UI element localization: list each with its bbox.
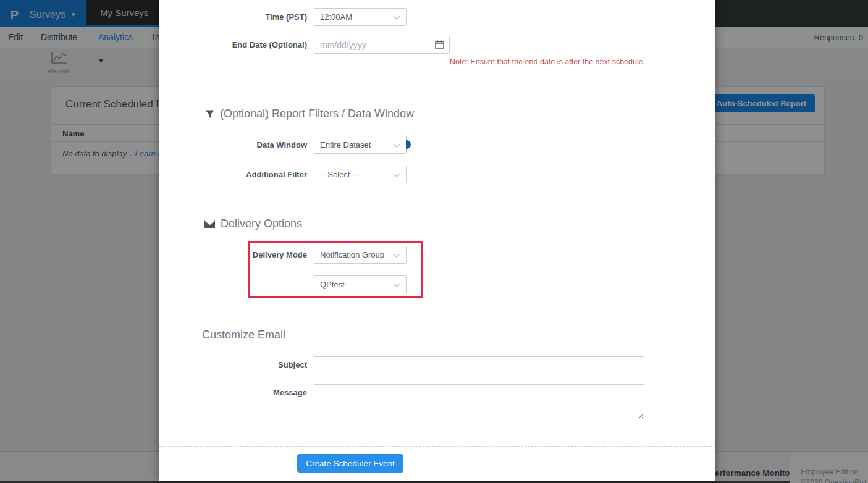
chevron-down-icon bbox=[393, 140, 400, 149]
subject-input[interactable] bbox=[314, 356, 644, 374]
scheduler-modal: Time (PST) 12:00AM End Date (Optional) N… bbox=[159, 0, 715, 481]
message-label: Message bbox=[159, 388, 307, 397]
subject-label: Subject bbox=[159, 360, 307, 369]
calendar-icon[interactable] bbox=[435, 40, 444, 52]
screen: P Surveys ▼ My Surveys Upgrade Now ? 1 R… bbox=[0, 0, 868, 483]
filters-section-header: (Optional) Report Filters / Data Window bbox=[205, 107, 414, 120]
data-window-select[interactable]: Entire Dataset bbox=[314, 136, 407, 154]
chevron-down-icon bbox=[393, 12, 400, 22]
end-date-input[interactable] bbox=[314, 36, 450, 54]
end-date-label: End Date (Optional) bbox=[159, 40, 307, 49]
delivery-section-header: Delivery Options bbox=[204, 217, 302, 230]
data-window-label: Data Window bbox=[159, 140, 307, 149]
envelope-icon bbox=[204, 220, 215, 228]
chevron-down-icon bbox=[393, 250, 400, 259]
delivery-mode-value: Notification Group bbox=[320, 250, 384, 259]
chevron-down-icon bbox=[393, 280, 400, 289]
delivery-mode-select[interactable]: Notification Group bbox=[314, 246, 407, 264]
filter-funnel-icon bbox=[205, 110, 214, 119]
end-date-note: Note: Ensure that the end date is after … bbox=[450, 57, 645, 66]
chevron-down-icon bbox=[393, 170, 400, 179]
additional-filter-label: Additional Filter bbox=[159, 170, 307, 179]
notification-group-value: QPtest bbox=[320, 280, 345, 289]
time-label: Time (PST) bbox=[159, 12, 307, 22]
modal-footer-divider bbox=[159, 446, 715, 447]
additional-filter-select[interactable]: -- Select -- bbox=[314, 166, 407, 183]
additional-filter-value: -- Select -- bbox=[320, 170, 358, 179]
customize-email-title: Customize Email bbox=[202, 329, 285, 342]
time-select[interactable]: 12:00AM bbox=[314, 8, 407, 26]
delivery-mode-label: Delivery Mode bbox=[159, 250, 307, 259]
info-icon[interactable] bbox=[406, 140, 411, 149]
notification-group-select[interactable]: QPtest bbox=[314, 275, 407, 293]
time-select-value: 12:00AM bbox=[320, 12, 352, 22]
filters-section-title: (Optional) Report Filters / Data Window bbox=[220, 107, 414, 120]
delivery-section-title: Delivery Options bbox=[221, 217, 302, 230]
message-textarea[interactable] bbox=[314, 384, 644, 419]
create-scheduler-event-button[interactable]: Create Scheduler Event bbox=[297, 454, 403, 472]
customize-email-header: Customize Email bbox=[202, 329, 285, 342]
data-window-value: Entire Dataset bbox=[320, 140, 371, 149]
